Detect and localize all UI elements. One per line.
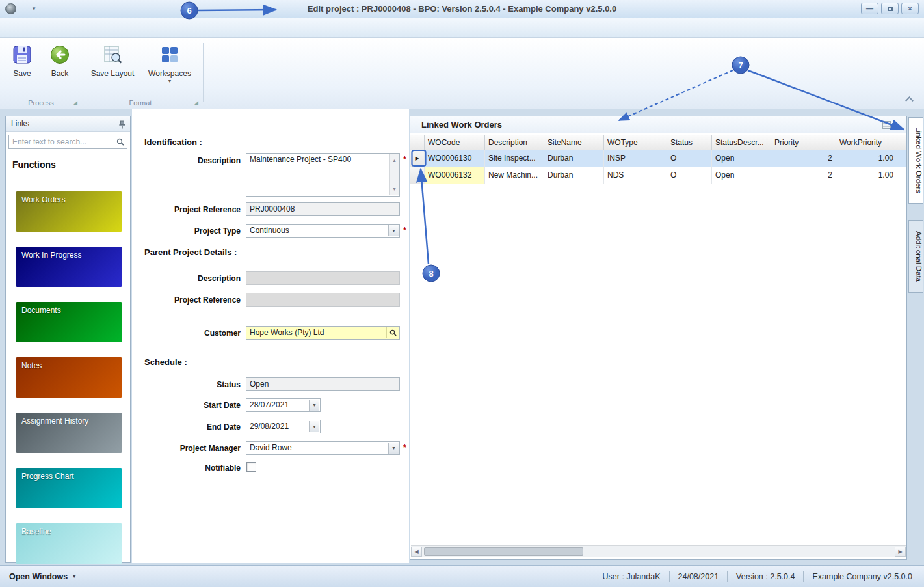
header-workpriority[interactable]: WorkPriority — [836, 135, 897, 150]
header-statusdescr[interactable]: StatusDescr... — [712, 135, 771, 150]
description-scrollbar[interactable]: ▲ ▼ — [389, 154, 399, 195]
cell-workpriority[interactable]: 1.00 — [836, 167, 897, 184]
back-button-label: Back — [51, 69, 69, 78]
customer-field[interactable]: Hope Works (Pty) Ltd — [246, 326, 400, 340]
cell-description[interactable]: New Machin... — [485, 167, 544, 184]
cell-wotype[interactable]: NDS — [604, 167, 667, 184]
save-layout-button[interactable]: Save Layout — [88, 42, 137, 96]
grid-options-icon[interactable] — [882, 121, 891, 129]
cell-priority[interactable]: 2 — [771, 167, 836, 184]
side-tab-additional-data[interactable]: Additional Data — [908, 220, 923, 293]
status-separator — [727, 571, 728, 582]
description-field[interactable]: Maintenance Project - SP400 ▲ ▼ — [246, 153, 400, 197]
format-group-launcher-icon[interactable]: ◢ — [194, 100, 198, 106]
project-reference-field[interactable]: PRJ0000408 — [246, 202, 400, 216]
back-button[interactable]: Back — [43, 42, 77, 96]
header-wotype[interactable]: WOType — [604, 135, 667, 150]
ribbon-collapse-icon[interactable] — [905, 96, 914, 105]
end-date-dropdown-button[interactable]: ▼ — [309, 421, 319, 432]
links-panel-header: Links — [6, 116, 130, 132]
project-type-combo[interactable]: Continuous ▼ — [246, 224, 400, 238]
row-indicator-cell[interactable] — [410, 167, 425, 184]
customer-label: Customer — [132, 329, 241, 338]
notifiable-checkbox[interactable] — [246, 462, 256, 472]
app-icon[interactable] — [5, 3, 16, 14]
header-wocode[interactable]: WOCode — [425, 135, 485, 150]
cell-priority[interactable]: 2 — [771, 150, 836, 167]
maximize-button[interactable] — [881, 3, 899, 14]
minimize-button[interactable]: — — [861, 3, 878, 14]
cell-sitename[interactable]: Durban — [544, 167, 604, 184]
header-description[interactable]: Description — [485, 135, 544, 150]
end-date-label: End Date — [132, 422, 241, 431]
scroll-up-icon[interactable]: ▲ — [392, 156, 397, 165]
tile-label: Work Orders — [21, 195, 66, 204]
status-date: 24/08/2021 — [678, 572, 719, 581]
cell-statusdescr[interactable]: Open — [712, 150, 771, 167]
links-search — [8, 135, 127, 149]
scroll-left-button[interactable]: ◀ — [411, 547, 422, 557]
cell-status[interactable]: O — [667, 150, 712, 167]
schedule-heading: Schedule : — [144, 357, 187, 367]
status-label: Status — [132, 380, 241, 389]
tile-assignment-history[interactable]: Assignment History — [16, 413, 122, 453]
project-manager-dropdown-button[interactable]: ▼ — [388, 443, 399, 454]
project-type-dropdown-button[interactable]: ▼ — [388, 225, 399, 236]
grid-title: Linked Work Orders — [421, 120, 502, 130]
status-separator — [803, 571, 804, 582]
tile-work-orders[interactable]: Work Orders — [16, 191, 122, 232]
cell-wocode[interactable]: WO0006132 — [425, 167, 485, 184]
tile-notes[interactable]: Notes — [16, 357, 122, 398]
search-icon[interactable] — [116, 138, 124, 146]
group-process-label: Process — [5, 99, 77, 108]
start-date-field[interactable]: 28/07/2021 ▼ — [246, 398, 321, 412]
scroll-down-icon[interactable]: ▼ — [392, 184, 397, 194]
search-input[interactable] — [8, 135, 127, 149]
back-icon — [49, 44, 70, 65]
grid-header-row: WOCode Description SiteName WOType Statu… — [410, 135, 906, 150]
project-manager-combo[interactable]: David Rowe ▼ — [246, 441, 400, 455]
close-icon: × — [908, 5, 912, 12]
table-row[interactable]: ▶ WO0006130 Site Inspect... Durban INSP … — [410, 150, 906, 167]
save-button[interactable]: Save — [5, 42, 39, 96]
header-status[interactable]: Status — [667, 135, 712, 150]
project-reference-value: PRJ0000408 — [250, 204, 295, 213]
side-tab-linked-work-orders[interactable]: Linked Work Orders — [908, 117, 923, 204]
status-separator — [669, 571, 670, 582]
row-indicator-cell[interactable]: ▶ — [410, 150, 425, 167]
cell-workpriority[interactable]: 1.00 — [836, 150, 897, 167]
header-sitename[interactable]: SiteName — [544, 135, 604, 150]
process-group-launcher-icon[interactable]: ◢ — [73, 100, 77, 106]
start-date-dropdown-button[interactable]: ▼ — [309, 400, 319, 411]
cell-wocode[interactable]: WO0006130 — [425, 150, 485, 167]
header-priority[interactable]: Priority — [771, 135, 836, 150]
tile-progress-chart[interactable]: Progress Chart — [16, 468, 122, 508]
title-bar: ▾ Edit project : PRJ0000408 - BPO: Versi… — [0, 0, 924, 18]
cell-wotype[interactable]: INSP — [604, 150, 667, 167]
grid-horizontal-scrollbar[interactable]: ◀ ▶ — [411, 545, 906, 557]
parent-project-heading: Parent Project Details : — [144, 247, 237, 257]
scroll-right-button[interactable]: ▶ — [895, 547, 906, 557]
tile-work-in-progress[interactable]: Work In Progress — [16, 247, 122, 287]
close-button[interactable]: × — [901, 3, 919, 14]
end-date-field[interactable]: 29/08/2021 ▼ — [246, 420, 321, 433]
save-icon — [12, 44, 33, 65]
pin-icon[interactable] — [118, 120, 126, 129]
tile-baseline[interactable]: Baseline — [16, 523, 122, 564]
links-panel-title: Links — [11, 119, 29, 128]
chevron-down-icon: ▼ — [391, 443, 396, 453]
tile-documents[interactable]: Documents — [16, 302, 122, 342]
minimize-icon: — — [866, 5, 873, 12]
customer-lookup-button[interactable] — [386, 327, 399, 338]
workspaces-button[interactable]: Workspaces ▼ — [144, 42, 195, 96]
status-company: Example Company v2.5.0.0 — [812, 572, 912, 581]
cell-statusdescr[interactable]: Open — [712, 167, 771, 184]
cell-status[interactable]: O — [667, 167, 712, 184]
cell-sitename[interactable]: Durban — [544, 150, 604, 167]
table-row[interactable]: WO0006132 New Machin... Durban NDS O Ope… — [410, 167, 906, 184]
scrollbar-thumb[interactable] — [424, 547, 583, 556]
quick-access-caret-icon[interactable]: ▾ — [33, 5, 36, 12]
open-windows-button[interactable]: Open Windows ▼ — [9, 572, 77, 581]
cell-description[interactable]: Site Inspect... — [485, 150, 544, 167]
project-manager-value: David Rowe — [250, 443, 292, 452]
